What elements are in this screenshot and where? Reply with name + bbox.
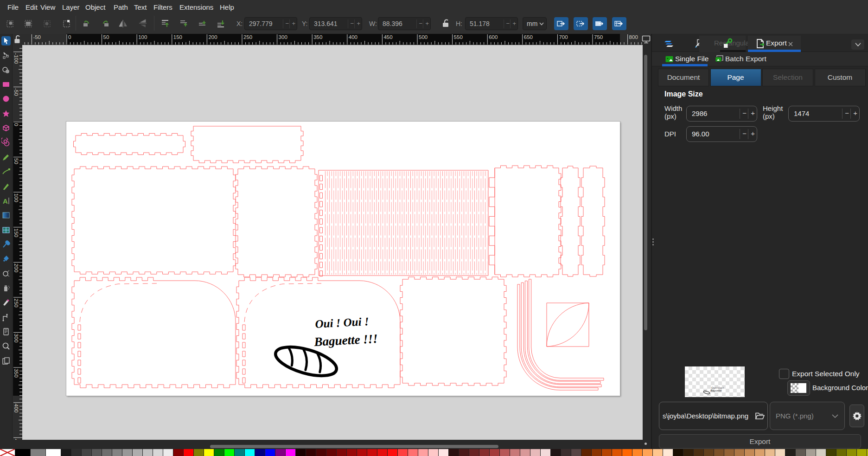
svg-text:100: 100 <box>13 193 19 202</box>
svg-text:Oui ! Oui !: Oui ! Oui ! <box>315 315 369 330</box>
svg-text:200: 200 <box>13 263 19 272</box>
svg-text:550: 550 <box>454 34 463 40</box>
svg-text:350: 350 <box>313 34 322 40</box>
svg-text:-50: -50 <box>13 88 19 96</box>
svg-text:0: 0 <box>13 123 19 126</box>
svg-text:250: 250 <box>243 34 252 40</box>
svg-text:600: 600 <box>489 34 498 40</box>
svg-text:300: 300 <box>13 334 19 342</box>
svg-text:A: A <box>3 197 8 205</box>
svg-text:300: 300 <box>279 34 287 40</box>
svg-text:450: 450 <box>383 34 392 40</box>
svg-text:350: 350 <box>13 369 19 378</box>
svg-text:800: 800 <box>629 34 638 40</box>
svg-text:Baguette: Baguette <box>710 389 722 392</box>
svg-text:150: 150 <box>173 34 182 40</box>
svg-text:400: 400 <box>349 34 357 40</box>
svg-text:500: 500 <box>419 34 428 40</box>
svg-text:Baguette !!!: Baguette !!! <box>313 332 378 349</box>
svg-text:-100: -100 <box>13 53 19 64</box>
svg-text:750: 750 <box>594 34 603 40</box>
svg-text:650: 650 <box>524 34 533 40</box>
svg-text:0: 0 <box>68 34 71 40</box>
svg-text:700: 700 <box>559 34 568 40</box>
svg-text:50: 50 <box>103 34 109 40</box>
svg-text:150: 150 <box>13 228 19 237</box>
svg-text:200: 200 <box>208 34 217 40</box>
svg-text:-50: -50 <box>33 34 41 40</box>
svg-text:400: 400 <box>13 404 19 412</box>
svg-text:50: 50 <box>13 158 19 164</box>
svg-text:250: 250 <box>13 299 19 308</box>
svg-text:100: 100 <box>138 34 147 40</box>
